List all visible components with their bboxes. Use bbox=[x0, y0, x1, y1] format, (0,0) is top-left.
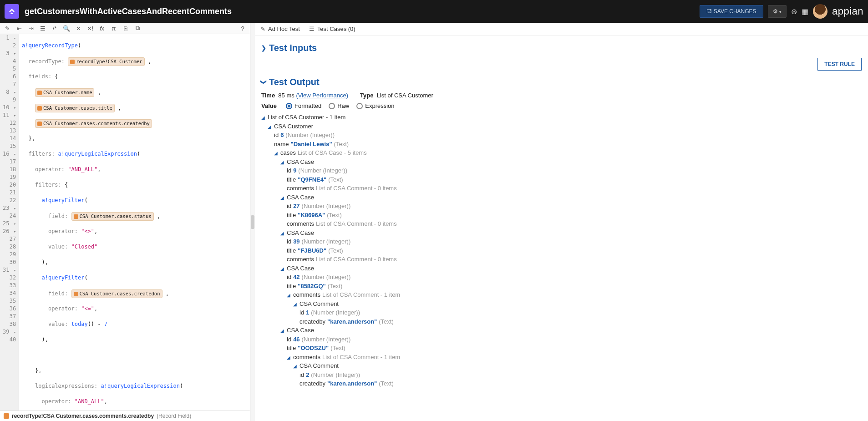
code-content[interactable]: a!queryRecordType( recordType: recordTyp… bbox=[19, 34, 212, 411]
chevron-down-icon: ▾ bbox=[779, 10, 782, 14]
indent-icon[interactable]: ⇥ bbox=[27, 25, 35, 32]
record-icon bbox=[4, 413, 9, 419]
settings-menu-button[interactable]: ⚙ ▾ bbox=[768, 5, 787, 18]
outdent-icon[interactable]: ⇤ bbox=[15, 25, 23, 32]
view-performance-link[interactable]: (View Performance) bbox=[296, 92, 348, 99]
pencil-icon[interactable]: ✎ bbox=[4, 25, 11, 32]
shuffle-icon[interactable]: ✕ bbox=[75, 25, 82, 32]
pi-icon[interactable]: π bbox=[110, 25, 117, 32]
edit-icon: ✎ bbox=[260, 25, 265, 32]
save-icon: 🖫 bbox=[706, 8, 712, 15]
chevron-down-icon: ❯ bbox=[260, 80, 267, 85]
tab-adhoc-test[interactable]: ✎ Ad Hoc Test bbox=[260, 25, 300, 32]
gear-icon: ⚙ bbox=[773, 8, 778, 15]
query-icon[interactable]: ⧉ bbox=[134, 25, 141, 32]
user-avatar[interactable] bbox=[813, 4, 827, 19]
list-icon: ☰ bbox=[309, 25, 315, 32]
test-output-header[interactable]: ❯ Test Output bbox=[261, 77, 862, 87]
test-inputs-header[interactable]: ❯ Test Inputs bbox=[261, 43, 862, 53]
radio-expression[interactable]: Expression bbox=[356, 102, 394, 109]
output-meta-row: Time 85 ms (View Performance) Type List … bbox=[261, 92, 862, 99]
tab-test-cases[interactable]: ☰ Test Cases (0) bbox=[309, 25, 355, 32]
shuffle2-icon[interactable]: ✕! bbox=[86, 25, 94, 32]
code-editor[interactable]: 1 ▾23 ▾45678 ▾910 ▾11 ▾1213141516 ▾17181… bbox=[0, 34, 250, 411]
app-header: getCustomersWithActiveCasesAndRecentComm… bbox=[0, 0, 868, 23]
output-tree: ◢List of CSA Customer - 1 item ◢CSA Cust… bbox=[261, 113, 862, 388]
test-tabs: ✎ Ad Hoc Test ☰ Test Cases (0) bbox=[255, 23, 868, 36]
brand-logo: appian bbox=[832, 5, 863, 17]
save-changes-button[interactable]: 🖫 SAVE CHANGES bbox=[700, 5, 763, 18]
comment-icon[interactable]: /* bbox=[51, 25, 58, 32]
help-icon[interactable]: ? bbox=[239, 25, 246, 32]
test-panel: ✎ Ad Hoc Test ☰ Test Cases (0) ❯ Test In… bbox=[255, 23, 868, 421]
editor-footer: recordType!CSA Customer.cases.comments.c… bbox=[0, 411, 250, 421]
editor-toolbar: ✎ ⇤ ⇥ ☰ /* 🔍 ✕ ✕! fx π ⎘ ⧉ ? bbox=[0, 23, 250, 34]
radio-raw[interactable]: Raw bbox=[329, 102, 349, 109]
test-rule-button[interactable]: TEST RULE bbox=[817, 58, 862, 71]
footer-label: recordType!CSA Customer.cases.comments.c… bbox=[12, 413, 154, 419]
app-logo-icon[interactable] bbox=[5, 4, 19, 19]
main-layout: ✎ ⇤ ⇥ ☰ /* 🔍 ✕ ✕! fx π ⎘ ⧉ ? 1 ▾23 ▾4567… bbox=[0, 23, 868, 421]
apps-grid-icon[interactable]: ▦ bbox=[802, 7, 808, 16]
fx-icon[interactable]: fx bbox=[98, 25, 106, 32]
value-format-row: Value Formatted Raw Expression bbox=[261, 102, 862, 109]
footer-meta: (Record Field) bbox=[157, 413, 191, 419]
page-title: getCustomersWithActiveCasesAndRecentComm… bbox=[25, 7, 700, 16]
splitter-handle[interactable] bbox=[250, 23, 255, 421]
list-icon[interactable]: ☰ bbox=[39, 25, 46, 32]
header-actions: 🖫 SAVE CHANGES ⚙ ▾ ⊛ ▦ appian bbox=[700, 4, 863, 19]
editor-panel: ✎ ⇤ ⇥ ☰ /* 🔍 ✕ ✕! fx π ⎘ ⧉ ? 1 ▾23 ▾4567… bbox=[0, 23, 250, 421]
chevron-right-icon: ❯ bbox=[261, 45, 266, 51]
export-icon[interactable]: ⎘ bbox=[122, 25, 129, 32]
line-gutter: 1 ▾23 ▾45678 ▾910 ▾11 ▾1213141516 ▾17181… bbox=[0, 34, 19, 411]
globe-icon[interactable]: ⊛ bbox=[791, 7, 797, 16]
radio-formatted[interactable]: Formatted bbox=[286, 102, 321, 109]
search-icon[interactable]: 🔍 bbox=[63, 25, 70, 32]
